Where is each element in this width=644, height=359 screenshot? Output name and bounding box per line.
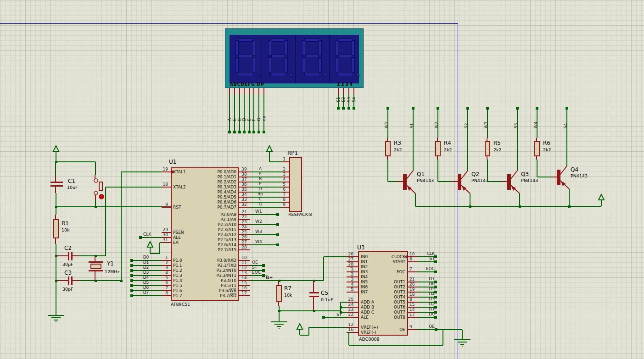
pin-name-overlined-part: INT0 <box>227 268 236 273</box>
resistor-body[interactable] <box>485 141 490 156</box>
pin-name: P3.3/INT1 <box>179 273 236 278</box>
pin-name: P2.3/A11 <box>179 227 236 232</box>
pin-name: P3.7/RD <box>179 293 236 298</box>
wire <box>323 257 324 281</box>
pin-number: 26 <box>239 235 250 239</box>
pin-stub <box>95 195 96 200</box>
push-button[interactable] <box>99 182 102 190</box>
pin-stub <box>338 88 339 94</box>
pin-name: P3.2/INT0 <box>179 268 236 273</box>
pnp-arrow-icon <box>511 186 516 191</box>
segment-c <box>252 57 255 73</box>
schematic-canvas[interactable]: ABCDEFG DP1234ABCDEFGdpS1S2S3S4U1AT89C51… <box>0 0 644 359</box>
c2-plate[interactable] <box>68 252 69 260</box>
digit-separator <box>295 35 296 83</box>
r7-body[interactable] <box>276 285 282 302</box>
pin-name: OUT4 <box>353 295 405 299</box>
pin-stub <box>408 271 418 272</box>
c1-plate[interactable] <box>50 185 63 187</box>
c1-value: 10uF <box>67 185 78 190</box>
net-label: EOC <box>252 270 261 275</box>
junction-dot <box>340 306 342 309</box>
net-label: D5 <box>138 280 154 285</box>
pin-stub <box>343 88 344 94</box>
r1-body[interactable] <box>53 219 59 238</box>
segment-b <box>252 40 255 55</box>
pin-name: P2.4/A12 <box>179 232 236 237</box>
pin-name: IN4 <box>361 275 368 279</box>
net-label: ST <box>252 265 257 270</box>
y1-plate[interactable] <box>89 261 103 263</box>
wire-terminal <box>130 294 133 297</box>
pin-stub <box>95 175 95 179</box>
net-label: OE <box>414 324 435 329</box>
c5-plate[interactable] <box>309 296 319 297</box>
pin-number: 4 <box>278 177 286 182</box>
pin-number: 16 <box>342 327 353 332</box>
wire <box>462 330 463 340</box>
pin-name: CLOCK <box>353 254 405 259</box>
wire <box>250 280 324 281</box>
resistor-body[interactable] <box>385 141 391 156</box>
y1-body[interactable] <box>90 264 101 269</box>
wire-terminal <box>276 243 279 246</box>
net-label: Ts+ <box>265 275 273 280</box>
wire <box>387 108 388 138</box>
net-label: E <box>253 182 267 186</box>
pin-stub <box>398 181 403 182</box>
pin-number: 2 <box>156 260 168 265</box>
button-actuator-marker[interactable] <box>99 194 104 199</box>
resistor-body[interactable] <box>534 141 540 156</box>
transistor-body[interactable] <box>403 174 407 190</box>
wire <box>79 255 106 256</box>
pin-stub <box>551 177 557 177</box>
transistor-body[interactable] <box>458 174 461 190</box>
wire-terminal <box>130 274 133 277</box>
wire <box>418 261 436 262</box>
c5-plate[interactable] <box>309 292 319 293</box>
pin-stub <box>229 88 230 94</box>
wire-terminal <box>353 107 355 110</box>
pin-stub <box>437 138 438 141</box>
pin-number: 1 <box>342 267 353 271</box>
u1-ref: U1 <box>169 159 176 165</box>
resistor-body[interactable] <box>435 141 441 156</box>
segment-f <box>335 40 338 55</box>
net-label: D3 <box>138 270 154 275</box>
c3-plate[interactable] <box>68 276 69 285</box>
transistor-ref: Q2 <box>471 171 479 177</box>
segment-a <box>270 39 286 42</box>
pin-name: P0.2/AD2 <box>179 180 236 184</box>
transistor-body[interactable] <box>557 170 560 185</box>
segment-f <box>235 40 239 55</box>
transistor-emitter <box>560 181 569 189</box>
u1-value: AT89C51 <box>171 302 190 307</box>
wire-terminal <box>322 316 325 319</box>
net-label: ST <box>414 256 435 261</box>
wire <box>150 253 160 254</box>
wire <box>159 243 160 254</box>
wire <box>279 306 280 322</box>
pin-number: 24 <box>239 225 250 229</box>
c1-plate[interactable] <box>50 182 63 183</box>
c2-ref: C2 <box>64 245 72 251</box>
pin-name: OUT6 <box>353 305 405 309</box>
wire-terminal <box>276 233 279 236</box>
segment-a <box>238 39 253 42</box>
rp1-body[interactable] <box>289 157 302 212</box>
wire <box>106 187 162 188</box>
transistor-body[interactable] <box>507 174 511 190</box>
pin-number: 10 <box>239 255 250 260</box>
segment-c <box>319 57 322 73</box>
segment-g <box>271 55 285 57</box>
pin-number: 11 <box>239 260 250 265</box>
pin-stub <box>95 271 95 281</box>
pin-number: 23 <box>239 220 250 224</box>
net-label: C <box>253 197 267 201</box>
wire <box>132 295 162 296</box>
wire <box>56 206 162 207</box>
pin-number: 12 <box>342 322 353 327</box>
u3-ref: U3 <box>357 245 364 251</box>
pin-name-part: P3.2/ <box>217 268 227 273</box>
y1-plate[interactable] <box>89 270 103 271</box>
